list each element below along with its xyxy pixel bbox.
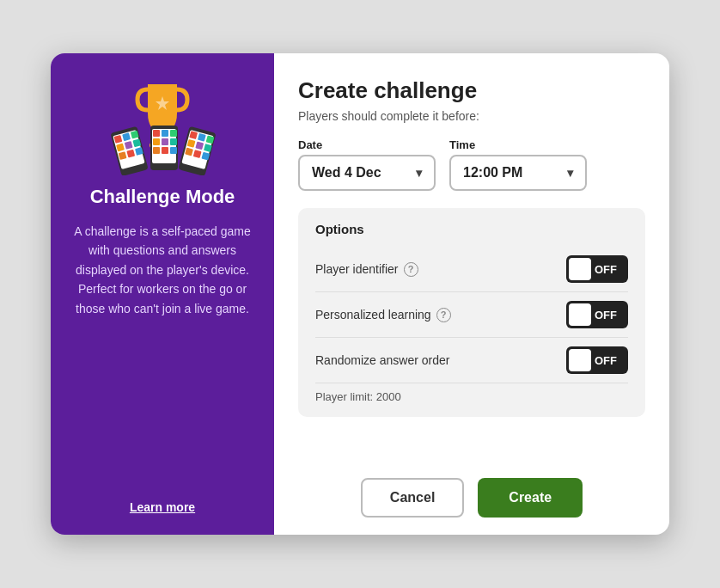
help-icon-player-identifier[interactable]: ? (404, 262, 418, 277)
svg-rect-17 (162, 130, 168, 137)
option-label-personalized-learning: Personalized learning ? (315, 308, 451, 322)
dialog-title: Create challenge (298, 77, 645, 104)
option-text-player-identifier: Player identifier (315, 262, 399, 276)
option-text-personalized-learning: Personalized learning (315, 308, 431, 322)
help-icon-personalized-learning[interactable]: ? (436, 308, 451, 322)
trophy-illustration (107, 81, 218, 175)
date-field-group: Date Wed 4 Dec ▾ (298, 138, 436, 191)
time-label: Time (449, 138, 587, 151)
svg-rect-24 (170, 147, 177, 154)
options-section: Options Player identifier ? OFF Personal… (298, 208, 645, 417)
time-value: 12:00 PM (463, 165, 522, 181)
date-select[interactable]: Wed 4 Dec ▾ (298, 155, 436, 191)
option-row-personalized-learning: Personalized learning ? OFF (315, 292, 628, 338)
time-chevron-icon: ▾ (567, 166, 573, 180)
options-title: Options (315, 222, 628, 236)
option-label-player-identifier: Player identifier ? (315, 262, 418, 277)
toggle-label-randomize-answer: OFF (595, 354, 620, 367)
date-chevron-icon: ▾ (416, 166, 422, 180)
svg-rect-22 (153, 147, 160, 154)
toggle-knob-randomize-answer (569, 349, 591, 371)
date-label: Date (298, 138, 436, 151)
player-limit-text: Player limit: 2000 (315, 383, 628, 403)
option-row-randomize-answer: Randomize answer order OFF (315, 338, 628, 383)
toggle-label-player-identifier: OFF (595, 263, 620, 276)
option-label-randomize-answer: Randomize answer order (315, 353, 449, 367)
left-panel-description: A challenge is a self-paced game with qu… (68, 222, 257, 480)
toggle-randomize-answer[interactable]: OFF (566, 346, 628, 374)
svg-rect-23 (162, 147, 168, 154)
svg-rect-19 (153, 138, 160, 145)
left-panel-title: Challenge Mode (90, 186, 235, 208)
time-select[interactable]: 12:00 PM ▾ (449, 155, 587, 191)
svg-rect-16 (153, 130, 160, 137)
time-field-group: Time 12:00 PM ▾ (449, 138, 587, 191)
left-panel: Challenge Mode A challenge is a self-pac… (51, 53, 274, 535)
dialog-subtitle: Players should complete it before: (298, 109, 645, 123)
toggle-player-identifier[interactable]: OFF (566, 255, 628, 283)
option-row-player-identifier: Player identifier ? OFF (315, 247, 628, 292)
footer-buttons: Cancel Create (298, 471, 645, 518)
date-value: Wed 4 Dec (312, 165, 381, 181)
learn-more-link[interactable]: Learn more (130, 500, 195, 514)
modal-dialog: Challenge Mode A challenge is a self-pac… (51, 53, 669, 535)
svg-rect-21 (170, 138, 177, 145)
svg-rect-20 (162, 138, 168, 145)
toggle-personalized-learning[interactable]: OFF (566, 301, 628, 328)
toggle-knob-player-identifier (569, 258, 591, 280)
right-panel: Create challenge Players should complete… (274, 53, 669, 535)
svg-rect-18 (170, 130, 177, 137)
create-button[interactable]: Create (478, 478, 583, 518)
date-time-row: Date Wed 4 Dec ▾ Time 12:00 PM ▾ (298, 138, 645, 191)
toggle-label-personalized-learning: OFF (595, 309, 620, 322)
cancel-button[interactable]: Cancel (361, 478, 464, 518)
toggle-knob-personalized-learning (569, 303, 591, 326)
option-text-randomize-answer: Randomize answer order (315, 353, 449, 367)
